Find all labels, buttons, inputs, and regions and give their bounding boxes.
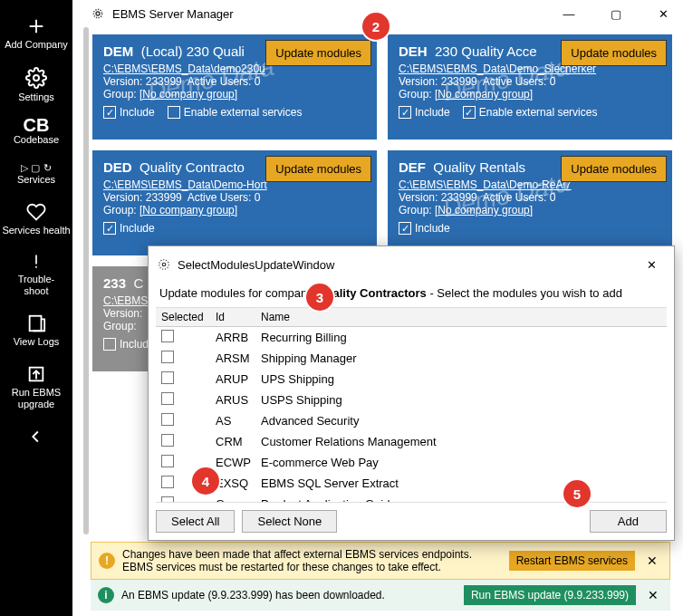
sidebar-label: Services [17, 174, 55, 186]
row-id: CRM [210, 432, 255, 451]
module-row[interactable]: ECWPE-commerce Web Pay [156, 452, 667, 473]
select-none-button[interactable]: Select None [242, 510, 337, 533]
include-checkbox[interactable]: ✓Include [103, 222, 155, 235]
row-name: EBMS SQL Server Extract [255, 474, 667, 493]
step-badge-3: 3 [306, 284, 333, 311]
sidebar-label: Run EBMS upgrade [0, 387, 72, 410]
modal-title: SelectModulesUpdateWindow [178, 258, 334, 272]
row-id: ARUP [210, 370, 255, 389]
toast-close-button[interactable]: ✕ [642, 551, 662, 571]
row-name: Advanced Security [255, 411, 667, 430]
logs-icon [26, 313, 46, 333]
sidebar-item-services[interactable]: ▷ ▢ ↻ Services [0, 155, 72, 193]
svg-rect-4 [35, 266, 37, 268]
toast-close-button[interactable]: ✕ [643, 585, 663, 605]
row-name: Shipping Manager [255, 349, 667, 368]
select-modules-modal: SelectModulesUpdateWindow ✕ Update modul… [148, 245, 675, 541]
codebase-icon: CB [24, 120, 50, 131]
row-checkbox[interactable] [161, 351, 174, 363]
row-checkbox[interactable] [161, 434, 174, 447]
module-row[interactable]: CRMCustomer Relations Management [156, 431, 667, 452]
run-update-button[interactable]: Run EBMS update (9.9.233.999) [464, 585, 636, 605]
sidebar-item-services-health[interactable]: Services health [0, 195, 72, 244]
module-row[interactable]: ARUSUSPS Shipping [156, 390, 667, 410]
restart-services-button[interactable]: Restart EBMS services [509, 551, 635, 571]
close-button[interactable]: ✕ [643, 1, 683, 26]
row-id: ARUS [210, 390, 255, 409]
module-row[interactable]: ARUPUPS Shipping [156, 369, 667, 390]
svg-point-10 [159, 260, 169, 270]
sidebar-item-troubleshoot[interactable]: Trouble- shoot [0, 245, 72, 304]
scrollbar[interactable] [83, 27, 89, 534]
services-icon: ▷ ▢ ↻ [21, 162, 51, 174]
company-card-dem[interactable]: Demo Data DEM (Local) 230 Quali C:\EBMS\… [92, 34, 377, 140]
include-checkbox[interactable]: ✓Include [399, 222, 450, 235]
row-name: Customer Relations Management [255, 432, 667, 451]
row-checkbox[interactable] [161, 392, 174, 405]
row-name: Product Application Guide [255, 495, 667, 503]
row-checkbox[interactable] [161, 330, 174, 342]
row-name: Recurring Billing [255, 328, 667, 347]
plus-icon [26, 16, 46, 36]
row-name: E-commerce Web Pay [255, 453, 667, 472]
row-checkbox[interactable] [161, 476, 174, 488]
row-id: ARSM [210, 349, 255, 368]
modal-close-button[interactable]: ✕ [638, 252, 665, 277]
svg-point-9 [162, 263, 166, 266]
company-card-deh[interactable]: Demo Data DEH 230 Quality Acce C:\EBMS\E… [388, 34, 672, 140]
update-modules-button[interactable]: Update modules [265, 40, 371, 66]
maximize-button[interactable]: ▢ [596, 1, 636, 26]
gear-icon [25, 67, 47, 89]
sidebar-label: Settings [18, 91, 54, 103]
row-id: ECWP [210, 453, 255, 472]
group-link[interactable]: [No company group] [435, 88, 533, 101]
sidebar-label: Codebase [14, 134, 59, 146]
row-name: UPS Shipping [255, 370, 667, 389]
include-checkbox[interactable]: ✓Include [399, 106, 450, 119]
alert-icon [27, 253, 45, 271]
back-icon [26, 427, 46, 447]
module-row[interactable]: ASAdvanced Security [156, 410, 667, 431]
row-id: ARRB [210, 328, 255, 347]
sidebar-item-view-logs[interactable]: View Logs [0, 306, 72, 355]
sidebar-label: Trouble- shoot [18, 274, 55, 297]
include-checkbox[interactable]: ✓Include [103, 106, 155, 119]
modules-grid[interactable]: Selected Id Name ARRBRecurring BillingAR… [156, 307, 667, 503]
row-checkbox[interactable] [161, 496, 174, 503]
step-badge-2: 2 [362, 13, 390, 40]
row-checkbox[interactable] [161, 371, 174, 384]
module-row[interactable]: ARSMShipping Manager [156, 348, 667, 369]
add-button[interactable]: Add [590, 510, 667, 533]
update-modules-button[interactable]: Update modules [561, 40, 667, 66]
restart-services-toast: ! Changes have been made that affect ext… [91, 542, 670, 580]
row-checkbox[interactable] [161, 455, 174, 467]
upgrade-icon [26, 364, 46, 384]
step-badge-5: 5 [563, 480, 591, 507]
update-downloaded-toast: i An EBMS update (9.9.233.999) has been … [91, 580, 670, 611]
info-icon: i [98, 587, 114, 603]
update-modules-button[interactable]: Update modules [561, 156, 667, 182]
module-row[interactable]: ARRBRecurring Billing [156, 327, 667, 348]
grid-header: Selected Id Name [156, 308, 667, 327]
group-link[interactable]: [No company group] [139, 88, 237, 101]
heart-icon [26, 202, 46, 222]
sidebar-item-run-upgrade[interactable]: Run EBMS upgrade [0, 357, 72, 418]
sidebar-label: Services health [2, 225, 70, 236]
svg-point-2 [34, 75, 39, 81]
group-link[interactable]: [No company group] [435, 204, 533, 217]
sidebar-item-codebase[interactable]: CB Codebase [0, 112, 72, 153]
company-card-def[interactable]: Demo Data DEF Quality Rentals C:\EBMS\EB… [388, 150, 672, 255]
update-modules-button[interactable]: Update modules [265, 156, 371, 182]
sidebar-item-add-company[interactable]: Add Company [0, 9, 72, 58]
select-all-button[interactable]: Select All [156, 510, 235, 533]
ext-services-checkbox[interactable]: Enable external services [168, 106, 303, 119]
ext-services-checkbox[interactable]: ✓Enable external services [463, 106, 598, 119]
row-checkbox[interactable] [161, 413, 174, 426]
sidebar-item-back[interactable] [0, 419, 72, 457]
sidebar-item-settings[interactable]: Settings [0, 60, 72, 111]
minimize-button[interactable]: — [549, 1, 589, 26]
row-name: USPS Shipping [255, 390, 667, 409]
svg-rect-3 [35, 255, 37, 265]
company-card-ded[interactable]: DED Quality Contracto C:\EBMS\EBMS_Data\… [92, 150, 377, 255]
group-link[interactable]: [No company group] [139, 204, 237, 217]
